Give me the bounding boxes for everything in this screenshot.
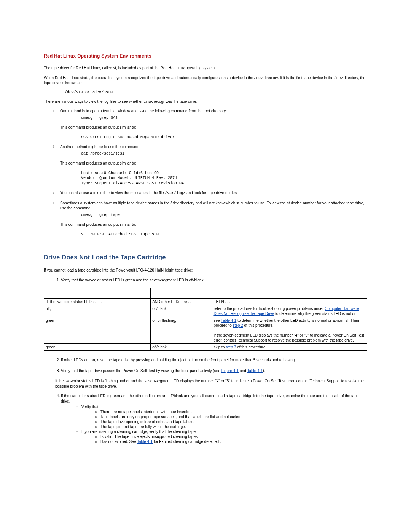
link-figure-4-1[interactable]: Figure 4-1 bbox=[221, 369, 239, 373]
td: off, bbox=[44, 305, 151, 317]
list-item: There are no tape labels interfering wit… bbox=[95, 409, 367, 414]
para: The tape driver for Red Hat Linux, calle… bbox=[44, 66, 367, 71]
code-block: cat /proc/scsi/scsi bbox=[81, 151, 367, 157]
link-step-3[interactable]: step 3 bbox=[226, 345, 236, 349]
para: There are various ways to view the log f… bbox=[44, 99, 367, 104]
th: AND other LEDs are . . . bbox=[151, 299, 212, 305]
list-text: One method is to open a terminal window … bbox=[60, 109, 227, 113]
td: green, bbox=[44, 317, 151, 344]
step-1: Verify that the two-color status LED is … bbox=[61, 278, 367, 283]
list-item: If you are inserting a cleaning cartridg… bbox=[76, 429, 367, 444]
step-text: If the two-color status LED is green and… bbox=[61, 394, 359, 403]
inline-code: /var/log/ bbox=[165, 191, 185, 195]
list-item: Verify that: There are no tape labels in… bbox=[76, 404, 367, 429]
td: refer to the procedures for troubleshoot… bbox=[212, 305, 367, 317]
code-block: Host: scsi0 Channel: 0 Id:6 Lun:00 Vendo… bbox=[81, 171, 367, 186]
list-item: You can also use a text editor to view t… bbox=[53, 190, 367, 196]
list-item: Sometimes a system can have multiple tap… bbox=[53, 201, 367, 237]
th: THEN . . . bbox=[212, 299, 367, 305]
para: This command produces an output similar … bbox=[60, 222, 367, 227]
td: off/blank, bbox=[151, 344, 212, 351]
table-row: off, off/blank, refer to the procedures … bbox=[44, 305, 367, 317]
td: see Table 4-1 to determine whether the o… bbox=[212, 317, 367, 344]
td: off/blank, bbox=[151, 305, 212, 317]
td: skip to step 3 of this procedure. bbox=[212, 344, 367, 351]
list-item: One method is to open a terminal window … bbox=[53, 109, 367, 140]
list-text: Another method might be to use the comma… bbox=[60, 145, 139, 149]
para: When Red Hat Linux starts, the operating… bbox=[44, 75, 367, 86]
code-block: dmesg | grep tape bbox=[81, 212, 367, 218]
list-item: Has not expired. See Table 4-1 for Expir… bbox=[95, 439, 367, 444]
list-item: Tape labels are only on proper tape surf… bbox=[95, 414, 367, 419]
code-block: st 1:0:0:0: Attached SCSI tape st0 bbox=[81, 232, 367, 237]
code-block: SCSI0:LSI Logic SAS based MegaRAID drive… bbox=[81, 135, 367, 140]
td: green, bbox=[44, 344, 151, 351]
table-row: green, on or flashing, see Table 4-1 to … bbox=[44, 317, 367, 344]
step-text: Verify that the two-color status LED is … bbox=[61, 278, 204, 282]
section-title-redhat: Red Hat Linux Operating System Environme… bbox=[44, 53, 367, 59]
link-step-2[interactable]: step 2 bbox=[233, 323, 243, 328]
list-item: Another method might be to use the comma… bbox=[53, 144, 367, 186]
link-table-4-1[interactable]: Table 4-1 bbox=[137, 439, 153, 444]
list-text: Sometimes a system can have multiple tap… bbox=[60, 201, 364, 211]
led-table: IF the two-color status LED is . . . AND… bbox=[44, 288, 367, 351]
list-text: You can also use a text editor to view t… bbox=[60, 191, 165, 195]
code-block: dmesg | grep SAS bbox=[81, 115, 367, 121]
link-table-4-1[interactable]: Table 4-1 bbox=[221, 318, 236, 323]
section-title-drive: Drive Does Not Load the Tape Cartridge bbox=[44, 254, 367, 261]
table-row: green, off/blank, skip to step 3 of this… bbox=[44, 344, 367, 351]
link-table-4-1[interactable]: Table 4-1 bbox=[247, 369, 263, 373]
code-block: /dev/st0 or /dev/nst0. bbox=[65, 90, 367, 94]
list-item: Is valid. The tape drive ejects unsuppor… bbox=[95, 434, 367, 439]
para: This command produces an output similar … bbox=[60, 161, 367, 166]
step-text: If other LEDs are on, reset the tape dri… bbox=[61, 358, 299, 362]
td: on or flashing, bbox=[151, 317, 212, 344]
list-text: and look for tape drive entries. bbox=[185, 191, 237, 195]
step-3: Verify that the tape drive passes the Po… bbox=[61, 368, 367, 374]
para: If you cannot load a tape cartridge into… bbox=[44, 268, 367, 273]
th: IF the two-color status LED is . . . bbox=[44, 299, 151, 305]
para: This command produces an output similar … bbox=[60, 125, 367, 130]
list-item: The tape drive opening is free of debris… bbox=[95, 419, 367, 424]
step-2: If other LEDs are on, reset the tape dri… bbox=[61, 358, 367, 363]
step-text: Verify that the tape drive passes the Po… bbox=[61, 369, 221, 373]
para: If the two-color status LED is flashing … bbox=[55, 379, 367, 389]
step-4: If the two-color status LED is green and… bbox=[61, 393, 367, 444]
table-header-row: IF the two-color status LED is . . . AND… bbox=[44, 299, 367, 305]
list-item: The tape pin and tape are fully within t… bbox=[95, 424, 367, 429]
